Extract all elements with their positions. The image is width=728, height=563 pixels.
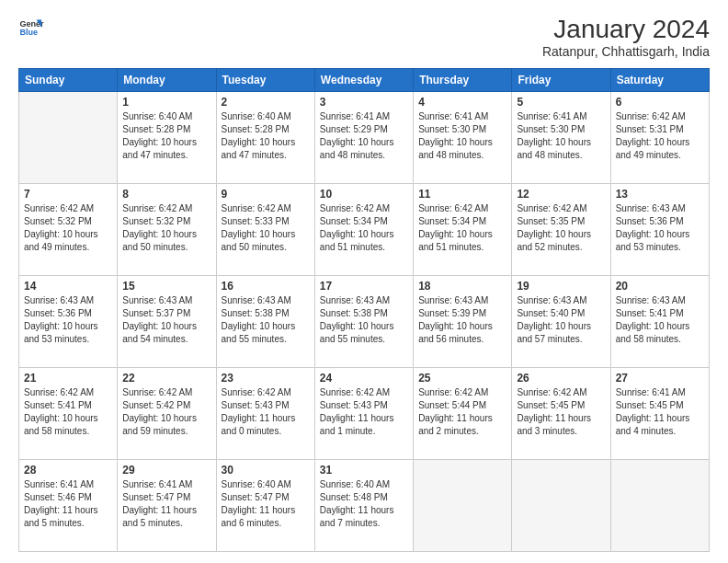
day-info: Sunrise: 6:42 AM Sunset: 5:43 PM Dayligh…: [320, 386, 408, 438]
day-info: Sunrise: 6:41 AM Sunset: 5:47 PM Dayligh…: [122, 478, 210, 530]
calendar-cell: 5Sunrise: 6:41 AM Sunset: 5:30 PM Daylig…: [512, 92, 610, 184]
calendar-week-row: 21Sunrise: 6:42 AM Sunset: 5:41 PM Dayli…: [19, 368, 710, 460]
calendar-cell: 14Sunrise: 6:43 AM Sunset: 5:36 PM Dayli…: [19, 276, 118, 368]
calendar-cell: [512, 460, 610, 552]
day-number: 16: [222, 280, 310, 293]
day-number: 10: [320, 188, 408, 201]
day-info: Sunrise: 6:42 AM Sunset: 5:32 PM Dayligh…: [24, 202, 112, 254]
weekday-header: Sunday: [19, 69, 118, 92]
location-subtitle: Ratanpur, Chhattisgarh, India: [542, 44, 710, 59]
day-number: 6: [616, 96, 704, 109]
day-number: 18: [418, 280, 506, 293]
calendar-cell: 7Sunrise: 6:42 AM Sunset: 5:32 PM Daylig…: [19, 184, 118, 276]
day-info: Sunrise: 6:42 AM Sunset: 5:41 PM Dayligh…: [24, 386, 112, 438]
day-info: Sunrise: 6:41 AM Sunset: 5:46 PM Dayligh…: [24, 478, 112, 530]
calendar-cell: [414, 460, 512, 552]
day-number: 30: [222, 464, 310, 477]
calendar-cell: 19Sunrise: 6:43 AM Sunset: 5:40 PM Dayli…: [512, 276, 610, 368]
weekday-header: Friday: [512, 69, 610, 92]
day-info: Sunrise: 6:43 AM Sunset: 5:37 PM Dayligh…: [122, 294, 210, 346]
day-info: Sunrise: 6:41 AM Sunset: 5:45 PM Dayligh…: [616, 386, 704, 438]
calendar-cell: 23Sunrise: 6:42 AM Sunset: 5:43 PM Dayli…: [216, 368, 314, 460]
day-number: 14: [24, 280, 112, 293]
calendar-cell: [19, 92, 118, 184]
day-info: Sunrise: 6:42 AM Sunset: 5:35 PM Dayligh…: [517, 202, 605, 254]
day-info: Sunrise: 6:40 AM Sunset: 5:47 PM Dayligh…: [222, 478, 310, 530]
day-info: Sunrise: 6:43 AM Sunset: 5:40 PM Dayligh…: [517, 294, 605, 346]
calendar-cell: 15Sunrise: 6:43 AM Sunset: 5:37 PM Dayli…: [118, 276, 216, 368]
weekday-header: Monday: [118, 69, 216, 92]
day-info: Sunrise: 6:42 AM Sunset: 5:33 PM Dayligh…: [222, 202, 310, 254]
page: General Blue January 2024 Ratanpur, Chha…: [0, 0, 728, 563]
day-number: 13: [616, 188, 704, 201]
weekday-header: Saturday: [610, 69, 709, 92]
logo-icon: General Blue: [18, 15, 44, 40]
calendar-cell: 10Sunrise: 6:42 AM Sunset: 5:34 PM Dayli…: [314, 184, 413, 276]
calendar-cell: 6Sunrise: 6:42 AM Sunset: 5:31 PM Daylig…: [610, 92, 709, 184]
day-info: Sunrise: 6:43 AM Sunset: 5:36 PM Dayligh…: [616, 202, 704, 254]
calendar-cell: 21Sunrise: 6:42 AM Sunset: 5:41 PM Dayli…: [19, 368, 118, 460]
day-number: 7: [24, 188, 112, 201]
calendar-cell: 18Sunrise: 6:43 AM Sunset: 5:39 PM Dayli…: [414, 276, 512, 368]
title-area: January 2024 Ratanpur, Chhattisgarh, Ind…: [542, 15, 710, 59]
day-info: Sunrise: 6:43 AM Sunset: 5:41 PM Dayligh…: [616, 294, 704, 346]
calendar-cell: 24Sunrise: 6:42 AM Sunset: 5:43 PM Dayli…: [314, 368, 413, 460]
day-number: 27: [616, 372, 704, 385]
weekday-header-row: SundayMondayTuesdayWednesdayThursdayFrid…: [19, 69, 710, 92]
day-number: 2: [222, 96, 310, 109]
calendar-week-row: 14Sunrise: 6:43 AM Sunset: 5:36 PM Dayli…: [19, 276, 710, 368]
day-info: Sunrise: 6:42 AM Sunset: 5:43 PM Dayligh…: [222, 386, 310, 438]
day-number: 26: [517, 372, 605, 385]
day-number: 29: [122, 464, 210, 477]
calendar-table: SundayMondayTuesdayWednesdayThursdayFrid…: [18, 68, 710, 552]
day-number: 19: [517, 280, 605, 293]
calendar-cell: 2Sunrise: 6:40 AM Sunset: 5:28 PM Daylig…: [216, 92, 314, 184]
day-number: 25: [418, 372, 506, 385]
day-number: 22: [122, 372, 210, 385]
day-info: Sunrise: 6:42 AM Sunset: 5:31 PM Dayligh…: [616, 110, 704, 162]
weekday-header: Wednesday: [314, 69, 413, 92]
calendar-week-row: 7Sunrise: 6:42 AM Sunset: 5:32 PM Daylig…: [19, 184, 710, 276]
month-year-title: January 2024: [542, 15, 710, 44]
day-number: 31: [320, 464, 408, 477]
calendar-week-row: 28Sunrise: 6:41 AM Sunset: 5:46 PM Dayli…: [19, 460, 710, 552]
calendar-cell: 13Sunrise: 6:43 AM Sunset: 5:36 PM Dayli…: [610, 184, 709, 276]
calendar-cell: 26Sunrise: 6:42 AM Sunset: 5:45 PM Dayli…: [512, 368, 610, 460]
day-info: Sunrise: 6:42 AM Sunset: 5:45 PM Dayligh…: [517, 386, 605, 438]
day-info: Sunrise: 6:43 AM Sunset: 5:38 PM Dayligh…: [222, 294, 310, 346]
day-info: Sunrise: 6:43 AM Sunset: 5:38 PM Dayligh…: [320, 294, 408, 346]
day-number: 20: [616, 280, 704, 293]
logo: General Blue: [18, 15, 44, 40]
day-info: Sunrise: 6:41 AM Sunset: 5:30 PM Dayligh…: [517, 110, 605, 162]
day-number: 5: [517, 96, 605, 109]
day-info: Sunrise: 6:42 AM Sunset: 5:34 PM Dayligh…: [418, 202, 506, 254]
calendar-cell: 16Sunrise: 6:43 AM Sunset: 5:38 PM Dayli…: [216, 276, 314, 368]
day-info: Sunrise: 6:40 AM Sunset: 5:28 PM Dayligh…: [222, 110, 310, 162]
calendar-cell: 31Sunrise: 6:40 AM Sunset: 5:48 PM Dayli…: [314, 460, 413, 552]
day-number: 21: [24, 372, 112, 385]
day-number: 28: [24, 464, 112, 477]
calendar-cell: 22Sunrise: 6:42 AM Sunset: 5:42 PM Dayli…: [118, 368, 216, 460]
day-number: 17: [320, 280, 408, 293]
weekday-header: Tuesday: [216, 69, 314, 92]
day-number: 9: [222, 188, 310, 201]
calendar-cell: 25Sunrise: 6:42 AM Sunset: 5:44 PM Dayli…: [414, 368, 512, 460]
calendar-cell: 17Sunrise: 6:43 AM Sunset: 5:38 PM Dayli…: [314, 276, 413, 368]
day-info: Sunrise: 6:42 AM Sunset: 5:32 PM Dayligh…: [122, 202, 210, 254]
day-info: Sunrise: 6:42 AM Sunset: 5:42 PM Dayligh…: [122, 386, 210, 438]
calendar-cell: 29Sunrise: 6:41 AM Sunset: 5:47 PM Dayli…: [118, 460, 216, 552]
calendar-cell: 20Sunrise: 6:43 AM Sunset: 5:41 PM Dayli…: [610, 276, 709, 368]
day-info: Sunrise: 6:43 AM Sunset: 5:36 PM Dayligh…: [24, 294, 112, 346]
calendar-cell: 28Sunrise: 6:41 AM Sunset: 5:46 PM Dayli…: [19, 460, 118, 552]
day-info: Sunrise: 6:41 AM Sunset: 5:30 PM Dayligh…: [418, 110, 506, 162]
calendar-cell: 3Sunrise: 6:41 AM Sunset: 5:29 PM Daylig…: [314, 92, 413, 184]
header: General Blue January 2024 Ratanpur, Chha…: [18, 15, 710, 59]
day-info: Sunrise: 6:41 AM Sunset: 5:29 PM Dayligh…: [320, 110, 408, 162]
calendar-week-row: 1Sunrise: 6:40 AM Sunset: 5:28 PM Daylig…: [19, 92, 710, 184]
day-number: 15: [122, 280, 210, 293]
day-number: 11: [418, 188, 506, 201]
day-number: 3: [320, 96, 408, 109]
calendar-cell: [610, 460, 709, 552]
day-info: Sunrise: 6:43 AM Sunset: 5:39 PM Dayligh…: [418, 294, 506, 346]
day-number: 12: [517, 188, 605, 201]
